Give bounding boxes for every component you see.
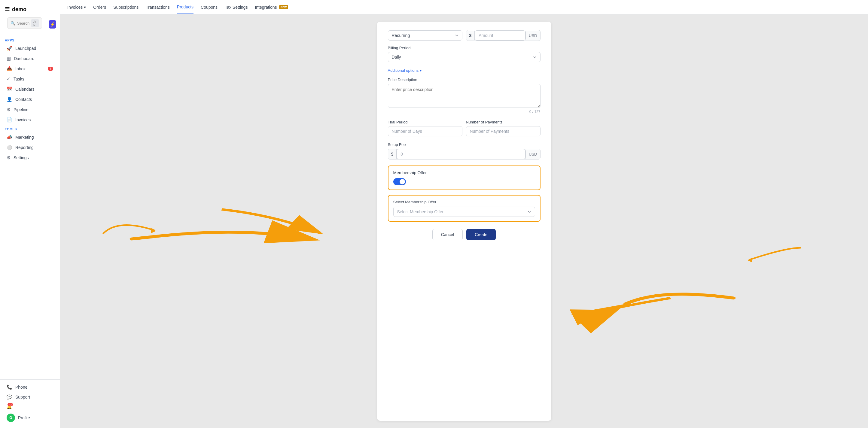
topnav-coupons[interactable]: Coupons — [201, 1, 218, 14]
svg-marker-5 — [748, 257, 752, 262]
settings-icon: ⚙ — [7, 155, 10, 160]
trial-period-group: Trial Period — [388, 120, 462, 136]
trial-period-input[interactable] — [388, 126, 462, 136]
tools-section-label: Tools — [0, 125, 60, 132]
phone-icon: 📞 — [7, 385, 12, 390]
topnav-orders[interactable]: Orders — [93, 1, 106, 14]
create-button[interactable]: Create — [466, 229, 496, 240]
tasks-icon: ✓ — [7, 76, 10, 82]
sidebar-item-invoices[interactable]: 📄 Invoices — [2, 115, 58, 125]
sidebar-item-profile[interactable]: G Profile — [2, 411, 58, 424]
membership-offer-card: Membership Offer — [388, 165, 540, 190]
app-logo: ☰ demo — [0, 4, 60, 16]
notifications-icon-wrapper: 🔔 43 — [7, 404, 12, 409]
price-description-count: 0 / 127 — [388, 110, 540, 114]
form-actions: Cancel Create — [388, 229, 540, 240]
svg-marker-4 — [151, 228, 156, 233]
topnav-transactions[interactable]: Transactions — [146, 1, 170, 14]
content-area: Recurring $ USD Billing Period Daily Wee… — [60, 14, 868, 428]
marketing-icon: 📣 — [7, 135, 12, 140]
currency-suffix: USD — [526, 31, 540, 40]
recurring-select[interactable]: Recurring — [388, 30, 462, 40]
price-description-label: Price Description — [388, 77, 540, 82]
search-icon: 🔍 — [10, 21, 15, 26]
inbox-badge: 1 — [48, 67, 53, 71]
sidebar-item-phone[interactable]: 📞 Phone — [2, 382, 58, 392]
billing-period-label: Billing Period — [388, 46, 540, 50]
topnav-tax-settings[interactable]: Tax Settings — [225, 1, 248, 14]
setup-fee-currency: USD — [526, 150, 540, 159]
sidebar-item-calendars[interactable]: 📅 Calendars — [2, 85, 58, 94]
reporting-icon: ⚪ — [7, 145, 12, 150]
setup-fee-label: Setup Fee — [388, 142, 540, 147]
sidebar-item-pipeline[interactable]: ⚙ Pipeline — [2, 105, 58, 114]
main-area: Invoices ▾ Orders Subscriptions Transact… — [60, 0, 868, 428]
select-membership-card: Select Membership Offer Select Membershi… — [388, 195, 540, 222]
sidebar: ☰ demo 🔍 Search ctrl K ⚡ Apps 🚀 Launchpa… — [0, 0, 60, 428]
sidebar-item-inbox[interactable]: 📥 Inbox 1 — [2, 64, 58, 74]
billing-period-select[interactable]: Daily Weekly Monthly Yearly — [388, 52, 540, 62]
number-of-payments-input[interactable] — [466, 126, 540, 136]
sidebar-item-marketing[interactable]: 📣 Marketing — [2, 132, 58, 142]
sidebar-item-notifications[interactable]: 🔔 43 — [2, 402, 58, 411]
membership-offer-label: Membership Offer — [393, 170, 535, 175]
sidebar-item-launchpad[interactable]: 🚀 Launchpad — [2, 43, 58, 53]
recurring-select-wrap: Recurring — [388, 30, 462, 40]
amount-wrap: $ USD — [466, 30, 540, 41]
select-membership-label: Select Membership Offer — [393, 200, 535, 204]
left-arrow-svg — [100, 216, 160, 239]
support-icon: 💬 — [7, 394, 12, 400]
sidebar-item-tasks[interactable]: ✓ Tasks — [2, 74, 58, 84]
menu-icon[interactable]: ☰ — [5, 6, 10, 12]
price-description-input[interactable] — [388, 84, 540, 108]
sidebar-item-contacts[interactable]: 👤 Contacts — [2, 95, 58, 104]
dashboard-icon: ▦ — [7, 56, 11, 61]
pipeline-icon: ⚙ — [7, 107, 10, 112]
setup-fee-prefix: $ — [388, 149, 397, 159]
search-bar[interactable]: 🔍 Search ctrl K — [7, 18, 42, 29]
number-of-payments-group: Number of Payments — [466, 120, 540, 136]
avatar: G — [7, 414, 15, 422]
trial-period-label: Trial Period — [388, 120, 462, 124]
chevron-down-icon: ▾ — [420, 68, 422, 73]
apps-section-label: Apps — [0, 36, 60, 43]
setup-fee-row: Setup Fee $ USD — [388, 142, 540, 160]
top-navigation: Invoices ▾ Orders Subscriptions Transact… — [60, 0, 868, 14]
topnav-invoices[interactable]: Invoices ▾ — [67, 1, 86, 14]
notifications-badge: 43 — [7, 403, 13, 406]
price-description-row: Price Description 0 / 127 — [388, 77, 540, 114]
quick-action-button[interactable]: ⚡ — [49, 20, 56, 29]
billing-period-row: Billing Period Daily Weekly Monthly Year… — [388, 46, 540, 62]
sidebar-item-dashboard[interactable]: ▦ Dashboard — [2, 54, 58, 63]
launchpad-icon: 🚀 — [7, 46, 12, 51]
currency-prefix: $ — [466, 31, 475, 40]
topnav-integrations[interactable]: Integrations New — [255, 1, 288, 14]
recurring-row: Recurring $ USD — [388, 30, 540, 41]
additional-options-toggle[interactable]: Additional options ▾ — [388, 68, 540, 73]
sidebar-item-settings[interactable]: ⚙ Settings — [2, 153, 58, 163]
inbox-icon: 📥 — [7, 66, 12, 71]
product-form: Recurring $ USD Billing Period Daily Wee… — [377, 22, 551, 421]
setup-fee-input[interactable] — [397, 149, 526, 159]
select-membership-dropdown[interactable]: Select Membership Offer — [393, 207, 535, 217]
calendars-icon: 📅 — [7, 87, 12, 92]
contacts-icon: 👤 — [7, 97, 12, 102]
chevron-down-icon: ▾ — [84, 5, 86, 10]
number-of-payments-label: Number of Payments — [466, 120, 540, 124]
topnav-products[interactable]: Products — [177, 0, 193, 14]
amount-input[interactable] — [475, 30, 526, 40]
topnav-subscriptions[interactable]: Subscriptions — [113, 1, 138, 14]
new-badge: New — [279, 5, 288, 9]
right-arrow-svg — [743, 242, 803, 266]
sidebar-item-reporting[interactable]: ⚪ Reporting — [2, 143, 58, 152]
membership-offer-toggle-container — [393, 178, 535, 185]
invoices-icon: 📄 — [7, 117, 12, 123]
trial-payments-row: Trial Period Number of Payments — [388, 120, 540, 136]
cancel-button[interactable]: Cancel — [432, 229, 463, 240]
toggle-slider — [393, 178, 406, 185]
sidebar-item-support[interactable]: 💬 Support — [2, 392, 58, 402]
membership-offer-toggle[interactable] — [393, 178, 406, 185]
